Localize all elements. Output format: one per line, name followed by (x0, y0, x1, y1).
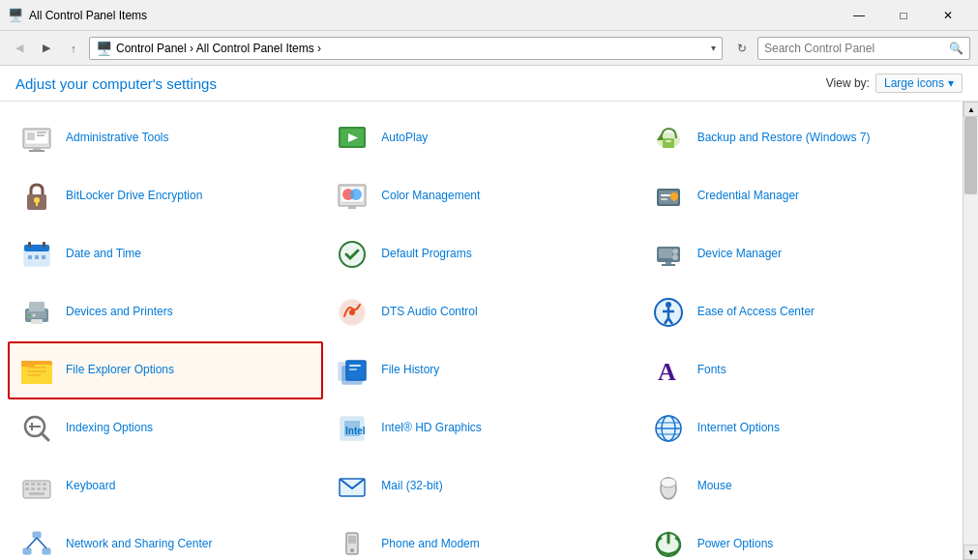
grid-item-mouse[interactable]: Mouse (639, 457, 955, 516)
grid-item-dts-audio-control[interactable]: DTS Audio Control (323, 283, 638, 341)
item-icon (649, 177, 688, 216)
content-area: Adjust your computer's settings View by:… (0, 66, 978, 560)
scroll-track (963, 117, 978, 545)
search-box[interactable]: 🔍 (757, 37, 970, 60)
svg-rect-45 (29, 302, 44, 311)
svg-point-102 (350, 548, 354, 552)
svg-rect-84 (37, 483, 41, 486)
svg-line-70 (42, 433, 48, 440)
minimize-button[interactable]: — (837, 0, 881, 31)
svg-rect-46 (31, 319, 43, 324)
svg-text:Intel: Intel (345, 426, 366, 436)
grid-item-network-and-sharing-center[interactable]: Network and Sharing Center (8, 516, 323, 560)
grid-item-devices-and-printers[interactable]: Devices and Printers (8, 283, 323, 341)
item-icon (333, 293, 371, 332)
title-bar-buttons: — □ ✕ (837, 0, 970, 31)
grid-item-color-management[interactable]: Color Management (323, 167, 638, 225)
grid-item-administrative-tools[interactable]: Administrative Tools (8, 109, 323, 167)
item-icon (649, 525, 688, 560)
grid-item-device-manager[interactable]: Device Manager (639, 225, 955, 283)
grid-item-file-history[interactable]: File History (323, 341, 638, 399)
refresh-button[interactable]: ↻ (730, 37, 754, 60)
item-label: DTS Audio Control (381, 305, 477, 320)
grid-item-internet-options[interactable]: Internet Options (639, 399, 955, 457)
item-label: File History (381, 363, 439, 378)
svg-rect-32 (28, 255, 32, 259)
close-button[interactable]: ✕ (926, 0, 970, 31)
svg-rect-62 (27, 374, 41, 376)
svg-rect-33 (35, 255, 39, 259)
view-by-control: View by: Large icons ▾ (826, 74, 963, 93)
address-dropdown-arrow[interactable]: ▾ (711, 43, 716, 53)
item-label: Indexing Options (66, 421, 153, 436)
item-icon (649, 293, 688, 332)
item-icon (649, 409, 688, 448)
forward-button[interactable]: ▶ (35, 37, 58, 60)
title-bar-text: All Control Panel Items (29, 9, 837, 22)
scroll-up-button[interactable]: ▲ (963, 102, 978, 117)
item-icon (649, 119, 688, 158)
grid-item-keyboard[interactable]: Keyboard (8, 457, 323, 516)
back-button[interactable]: ◀ (8, 37, 31, 60)
item-icon (17, 351, 56, 390)
svg-rect-29 (24, 245, 49, 251)
item-icon (17, 409, 56, 448)
grid-item-credential-manager[interactable]: Credential Manager (639, 167, 955, 225)
svg-point-20 (350, 189, 362, 200)
grid-item-intel-hd-graphics[interactable]: Intel Intel® HD Graphics (323, 399, 638, 457)
item-icon (649, 467, 688, 506)
grid-item-ease-of-access-center[interactable]: Ease of Access Center (639, 283, 955, 341)
address-path: Control Panel › All Control Panel Items … (116, 42, 707, 55)
scroll-thumb[interactable] (964, 117, 977, 194)
item-label: Intel® HD Graphics (381, 421, 482, 436)
svg-rect-24 (661, 194, 670, 196)
item-label: Device Manager (697, 247, 782, 262)
grid-item-mail-32-bit[interactable]: Mail (32-bit) (323, 457, 638, 516)
item-label: Power Options (697, 537, 774, 552)
svg-rect-27 (673, 198, 675, 201)
address-bar-icon: 🖥️ (96, 41, 112, 56)
grid-item-autoplay[interactable]: AutoPlay (323, 109, 638, 167)
search-icon: 🔍 (949, 42, 963, 55)
grid-item-phone-and-modem[interactable]: Phone and Modem (323, 516, 638, 560)
grid-item-bitlocker-drive-encryption[interactable]: BitLocker Drive Encryption (8, 167, 323, 225)
title-bar: 🖥️ All Control Panel Items — □ ✕ (0, 0, 978, 31)
grid-item-file-explorer-options[interactable]: File Explorer Options (8, 341, 323, 399)
search-input[interactable] (764, 42, 949, 55)
address-bar[interactable]: 🖥️ Control Panel › All Control Panel Ite… (89, 37, 723, 60)
svg-rect-42 (662, 264, 675, 266)
svg-rect-2 (27, 133, 35, 140)
svg-rect-59 (21, 361, 35, 367)
item-label: Mail (32-bit) (381, 479, 442, 494)
svg-rect-21 (348, 206, 356, 209)
item-icon (333, 177, 371, 216)
grid-item-power-options[interactable]: Power Options (639, 516, 955, 560)
item-icon (17, 235, 56, 274)
dropdown-arrow-icon: ▾ (948, 76, 954, 90)
grid-item-backup-and-restore-windows-7[interactable]: Backup and Restore (Windows 7) (639, 109, 955, 167)
svg-rect-83 (31, 483, 35, 486)
scroll-down-button[interactable]: ▼ (963, 545, 978, 560)
grid-item-fonts[interactable]: A Fonts (639, 341, 955, 399)
grid-item-date-and-time[interactable]: Date and Time (8, 225, 323, 283)
header-bar: Adjust your computer's settings View by:… (0, 66, 978, 102)
svg-rect-16 (36, 202, 38, 206)
svg-rect-61 (27, 370, 46, 372)
item-label: Phone and Modem (381, 537, 479, 552)
grid-item-default-programs[interactable]: Default Programs (323, 225, 638, 283)
item-icon (333, 119, 371, 158)
item-icon (17, 293, 56, 332)
svg-rect-82 (25, 483, 29, 486)
svg-point-40 (672, 254, 678, 260)
up-button[interactable]: ↑ (62, 37, 85, 60)
svg-rect-101 (348, 536, 356, 544)
svg-rect-67 (349, 368, 357, 370)
maximize-button[interactable]: □ (881, 0, 926, 31)
svg-rect-86 (25, 487, 29, 490)
grid-item-indexing-options[interactable]: Indexing Options (8, 399, 323, 457)
svg-rect-38 (659, 249, 672, 258)
svg-point-48 (33, 314, 36, 317)
item-label: BitLocker Drive Encryption (66, 189, 202, 204)
item-label: Color Management (381, 189, 480, 204)
view-by-dropdown[interactable]: Large icons ▾ (875, 74, 963, 93)
